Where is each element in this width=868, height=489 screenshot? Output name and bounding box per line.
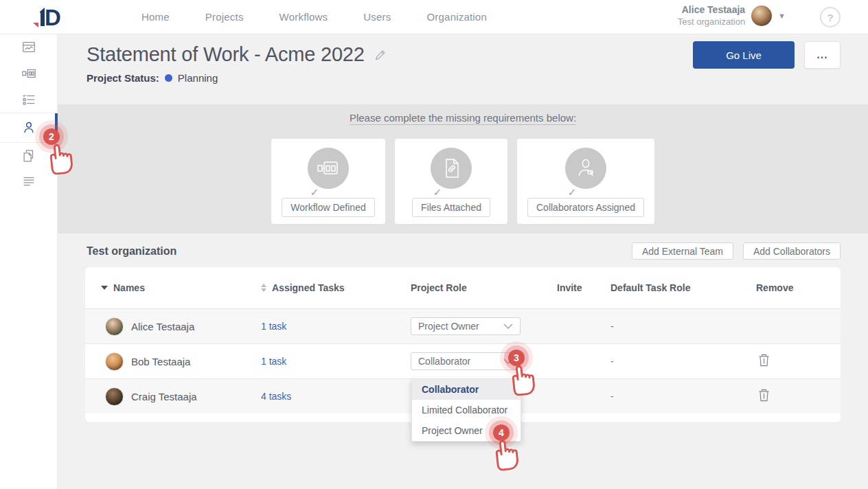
remove-cell	[756, 354, 825, 369]
check-icon: ✓	[258, 189, 372, 196]
assigned-tasks-link[interactable]: 4 tasks	[261, 391, 291, 402]
col-assigned-tasks[interactable]: Assigned Tasks	[261, 282, 411, 293]
project-status: Project Status: Planning	[87, 72, 868, 84]
remove-cell	[756, 389, 825, 404]
requirements-banner: Please complete the missing requirements…	[58, 104, 868, 234]
organization-title: Test organization	[87, 245, 176, 258]
notes-icon	[21, 174, 36, 190]
active-indicator-bar	[55, 113, 58, 142]
top-navigation-bar: D Home Projects Workflows Users Organiza…	[0, 0, 868, 34]
collaborator-name: Bob Testaaja	[131, 356, 190, 367]
add-collaborators-button[interactable]: Add Collaborators	[743, 242, 841, 260]
collaborators-section: Test organization Add External Team Add …	[58, 234, 868, 489]
project-role-select[interactable]: Project Owner	[411, 317, 521, 335]
requirement-card-workflow: ✓ Workflow Defined	[271, 139, 385, 224]
requirements-heading: Please complete the missing requirements…	[350, 112, 576, 124]
main-nav: Home Projects Workflows Users Organizati…	[141, 11, 487, 23]
status-dot-icon	[165, 74, 172, 82]
nav-projects[interactable]: Projects	[205, 11, 244, 23]
documents-icon	[21, 148, 36, 163]
collaborator-name: Alice Testaaja	[131, 321, 194, 332]
avatar	[105, 317, 124, 336]
nav-organization[interactable]: Organization	[426, 11, 486, 23]
status-label: Project Status:	[87, 72, 159, 84]
dropdown-option-project-owner[interactable]: Project Owner	[412, 420, 521, 441]
project-role-dropdown-menu: Collaborator Limited Collaborator Projec…	[411, 378, 521, 442]
status-value: Planning	[178, 72, 218, 84]
file-attach-icon	[439, 157, 463, 180]
default-task-role-value: -	[610, 321, 614, 332]
sidebar-item-collaborators[interactable]	[0, 113, 57, 143]
avatar	[105, 387, 124, 406]
requirement-label: Workflow Defined	[282, 198, 374, 217]
assigned-tasks-link[interactable]: 1 task	[261, 356, 286, 367]
sidebar-item-workflows[interactable]	[0, 60, 57, 87]
trash-icon[interactable]	[758, 354, 770, 367]
users-icon	[21, 120, 36, 135]
svg-text:D: D	[45, 5, 60, 30]
chevron-down-icon	[503, 359, 513, 364]
requirement-label: Collaborators Assigned	[527, 198, 644, 217]
chevron-down-icon	[503, 323, 513, 329]
user-menu[interactable]: Alice Testaaja Test organization ▼	[678, 4, 786, 27]
user-name: Alice Testaaja	[678, 4, 745, 16]
page-header: Statement of Work - Acme 2022 Project St…	[58, 34, 868, 104]
assigned-tasks-link[interactable]: 1 task	[261, 321, 286, 332]
sort-icon	[261, 284, 266, 292]
dropdown-option-limited-collaborator[interactable]: Limited Collaborator	[412, 400, 521, 420]
sort-desc-icon	[101, 286, 108, 290]
nav-home[interactable]: Home	[141, 11, 170, 23]
add-external-team-button[interactable]: Add External Team	[632, 242, 733, 260]
more-options-button[interactable]: ...	[804, 41, 841, 69]
user-avatar[interactable]	[751, 5, 772, 26]
app-logo[interactable]: D	[30, 5, 60, 30]
col-names[interactable]: Names	[101, 282, 261, 293]
collaborator-name: Craig Testaaja	[131, 391, 197, 402]
chevron-down-icon[interactable]: ▼	[778, 12, 786, 20]
avatar	[105, 352, 124, 371]
col-default-task-role: Default Task Role	[610, 282, 756, 293]
dropdown-option-collaborator[interactable]: Collaborator	[412, 379, 521, 400]
requirement-label: Files Attached	[412, 198, 490, 217]
nav-workflows[interactable]: Workflows	[279, 11, 328, 23]
checklist-icon	[21, 92, 36, 107]
table-row: Bob Testaaja 1 task Collaborator -	[85, 343, 841, 378]
project-role-select[interactable]: Collaborator	[411, 352, 521, 370]
page-title: Statement of Work - Acme 2022	[87, 43, 365, 66]
check-icon: ✓	[381, 189, 494, 196]
nav-users[interactable]: Users	[363, 11, 391, 23]
trash-icon[interactable]	[758, 389, 770, 402]
table-row: Alice Testaaja 1 task Project Owner -	[85, 308, 841, 343]
collaborator-icon	[574, 157, 597, 180]
left-sidebar	[0, 34, 58, 489]
default-task-role-value: -	[610, 356, 614, 367]
col-invite: Invite	[557, 282, 610, 293]
go-live-button[interactable]: Go Live	[693, 41, 795, 69]
workflow-icon	[317, 157, 340, 180]
requirement-card-files: ✓ Files Attached	[395, 139, 507, 224]
sidebar-item-activity[interactable]	[0, 169, 57, 195]
requirement-card-collaborators: ✓ Collaborators Assigned	[517, 139, 654, 224]
main-content: Statement of Work - Acme 2022 Project St…	[58, 34, 868, 489]
default-task-role-value: -	[610, 391, 614, 402]
edit-title-icon[interactable]	[374, 49, 387, 61]
check-icon: ✓	[503, 189, 641, 196]
sidebar-item-dashboard[interactable]	[0, 34, 57, 60]
help-button[interactable]: ?	[820, 7, 841, 27]
workflow-icon	[21, 66, 36, 81]
col-project-role: Project Role	[411, 282, 557, 293]
col-remove: Remove	[756, 282, 825, 293]
question-mark-icon: ?	[827, 12, 833, 23]
collaborators-table: Names Assigned Tasks Project Role Invite…	[85, 267, 841, 422]
table-header-row: Names Assigned Tasks Project Role Invite…	[85, 267, 841, 308]
user-organization: Test organization	[678, 16, 745, 27]
dashboard-icon	[21, 40, 36, 55]
sidebar-item-files[interactable]	[0, 143, 57, 169]
sidebar-item-tasks[interactable]	[0, 87, 57, 113]
